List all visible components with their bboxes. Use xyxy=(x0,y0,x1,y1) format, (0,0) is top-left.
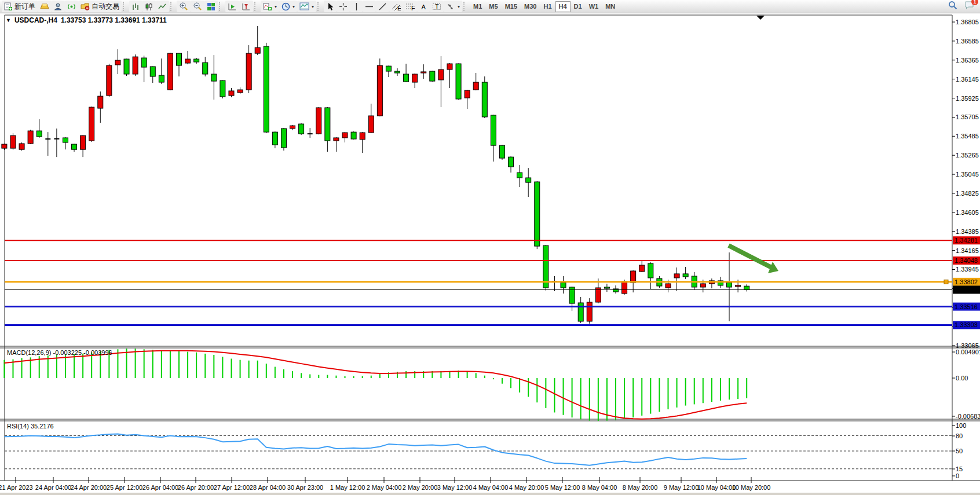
gold-button[interactable] xyxy=(38,1,52,12)
candle-bullish[interactable] xyxy=(133,57,138,74)
cursor-tool-button[interactable] xyxy=(324,1,337,12)
arrows-tool-button[interactable]: ▾ xyxy=(444,1,462,12)
templates-button[interactable]: ▾ xyxy=(297,1,316,12)
candle-bullish[interactable] xyxy=(421,72,426,73)
timeframe-h1[interactable]: H1 xyxy=(540,1,555,12)
tile-windows-button[interactable] xyxy=(204,1,218,12)
candle-bearish[interactable] xyxy=(561,283,566,288)
candle-bearish[interactable] xyxy=(482,82,487,117)
candle-bullish[interactable] xyxy=(89,107,94,141)
candle-bullish[interactable] xyxy=(639,265,645,272)
candle-bearish[interactable] xyxy=(211,74,217,81)
candle-bullish[interactable] xyxy=(334,138,339,141)
candle-bearish[interactable] xyxy=(744,286,749,289)
candle-bearish[interactable] xyxy=(72,144,77,149)
search-button[interactable] xyxy=(948,1,957,10)
candle-bearish[interactable] xyxy=(264,46,269,132)
candle-bearish[interactable] xyxy=(351,132,356,139)
candle-bearish[interactable] xyxy=(499,145,504,158)
candle-bullish[interactable] xyxy=(622,281,627,294)
candle-bullish[interactable] xyxy=(377,65,382,116)
hline-handle[interactable] xyxy=(944,280,948,284)
timeframe-h4[interactable]: H4 xyxy=(555,1,571,12)
candle-bearish[interactable] xyxy=(36,131,42,137)
timeframe-m30[interactable]: M30 xyxy=(521,1,540,12)
candle-bearish[interactable] xyxy=(386,66,391,71)
candle-bearish[interactable] xyxy=(203,63,208,74)
candle-bearish[interactable] xyxy=(526,178,531,182)
candle-bearish[interactable] xyxy=(124,59,129,74)
candle-bullish[interactable] xyxy=(19,144,24,149)
candle-bearish[interactable] xyxy=(281,129,286,148)
new-order-button[interactable]: 新订单 xyxy=(2,1,38,12)
add-indicator-button[interactable]: ▾ xyxy=(261,1,279,12)
candle-bullish[interactable] xyxy=(447,64,452,69)
candle-bearish[interactable] xyxy=(491,115,496,145)
candle-bullish[interactable] xyxy=(185,59,191,63)
candle-bullish[interactable] xyxy=(115,60,120,65)
bar-chart-button[interactable] xyxy=(129,1,142,12)
text-tool-button[interactable]: A xyxy=(417,1,430,12)
crosshair-tool-button[interactable] xyxy=(337,1,350,12)
periods-button[interactable]: ▾ xyxy=(279,1,297,12)
candle-bullish[interactable] xyxy=(342,133,348,138)
candle-bearish[interactable] xyxy=(430,71,435,81)
channel-tool-button[interactable]: E xyxy=(389,1,403,12)
candle-bullish[interactable] xyxy=(665,284,671,288)
candle-bearish[interactable] xyxy=(648,263,653,278)
chart-canvas[interactable]: 1.368051.365851.363651.361451.359251.357… xyxy=(0,14,980,495)
candle-bearish[interactable] xyxy=(325,108,330,141)
candle-bearish[interactable] xyxy=(535,182,540,246)
candle-bearish[interactable] xyxy=(272,132,277,145)
candle-bullish[interactable] xyxy=(28,131,33,144)
notifications-button[interactable]: 1 xyxy=(964,1,974,10)
timeframe-m15[interactable]: M15 xyxy=(502,1,521,12)
candle-bullish[interactable] xyxy=(98,96,103,108)
candle-bearish[interactable] xyxy=(299,124,304,134)
candle-bearish[interactable] xyxy=(177,53,182,65)
auto-scroll-button[interactable] xyxy=(225,1,239,12)
profile-button[interactable] xyxy=(52,1,65,12)
chart-shift-button[interactable] xyxy=(239,1,253,12)
timeframe-mn[interactable]: MN xyxy=(602,1,619,12)
signal-button[interactable] xyxy=(65,1,78,12)
candle-bullish[interactable] xyxy=(438,69,444,80)
candle-bearish[interactable] xyxy=(613,289,619,292)
candle-bearish[interactable] xyxy=(509,157,514,167)
candle-bullish[interactable] xyxy=(255,47,260,53)
candle-bearish[interactable] xyxy=(220,80,225,97)
label-tool-button[interactable]: T xyxy=(430,1,444,12)
horizontal-line-tool-button[interactable] xyxy=(363,1,376,12)
candle-bullish[interactable] xyxy=(237,90,243,93)
vertical-line-tool-button[interactable] xyxy=(350,1,363,12)
candle-bearish[interactable] xyxy=(159,75,164,82)
candle-bullish[interactable] xyxy=(81,135,86,149)
line-chart-button[interactable] xyxy=(156,1,169,12)
candle-bearish[interactable] xyxy=(604,287,609,288)
candle-bearish[interactable] xyxy=(683,274,688,277)
candle-bearish[interactable] xyxy=(578,303,583,321)
timeframe-m5[interactable]: M5 xyxy=(485,1,501,12)
candle-bullish[interactable] xyxy=(246,53,251,90)
fibonacci-tool-button[interactable]: F xyxy=(403,1,417,12)
auto-trading-button[interactable]: 自动交易 xyxy=(78,1,122,12)
candle-bullish[interactable] xyxy=(316,108,321,134)
candle-bullish[interactable] xyxy=(736,285,741,287)
candle-bullish[interactable] xyxy=(107,65,112,96)
candle-bearish[interactable] xyxy=(395,71,400,73)
candle-bearish[interactable] xyxy=(194,59,199,62)
candle-bullish[interactable] xyxy=(587,302,592,321)
candle-bullish[interactable] xyxy=(167,53,173,90)
candle-bearish[interactable] xyxy=(141,58,147,67)
candle-bullish[interactable] xyxy=(10,135,16,148)
candle-bullish[interactable] xyxy=(229,91,234,96)
candle-bullish[interactable] xyxy=(674,274,679,278)
timeframe-d1[interactable]: D1 xyxy=(571,1,586,12)
symbol-dropdown-icon[interactable]: ▼ xyxy=(6,17,11,23)
candle-bearish[interactable] xyxy=(150,67,155,76)
candle-bearish[interactable] xyxy=(456,64,461,99)
candle-bearish[interactable] xyxy=(727,283,732,287)
trendline-tool-button[interactable] xyxy=(376,1,389,12)
candlestick-chart-button[interactable] xyxy=(142,1,156,12)
candle-bullish[interactable] xyxy=(465,90,470,98)
